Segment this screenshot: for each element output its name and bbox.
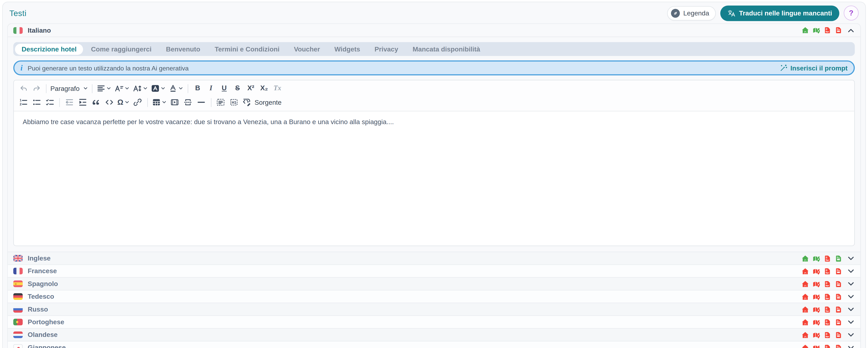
- invoice-status-icon[interactable]: [835, 331, 842, 338]
- translate-missing-languages-button[interactable]: Traduci nelle lingue mancanti: [720, 5, 839, 21]
- contract-status-icon[interactable]: [824, 319, 831, 326]
- tab-termini-e-condizioni[interactable]: Termini e Condizioni: [208, 44, 286, 55]
- font-color-dropdown[interactable]: [167, 82, 185, 95]
- language-row-tedesco[interactable]: Tedesco: [8, 290, 860, 302]
- expand-chevron-down-icon[interactable]: [847, 254, 855, 262]
- invoice-status-icon[interactable]: [835, 344, 842, 348]
- tab-come-raggiungerci[interactable]: Come raggiungerci: [85, 44, 158, 55]
- underline-button[interactable]: U: [217, 82, 231, 95]
- contract-status-icon[interactable]: [824, 293, 831, 300]
- map-status-icon[interactable]: [813, 306, 820, 313]
- redo-button[interactable]: [30, 82, 43, 95]
- invoice-status-icon[interactable]: [835, 319, 842, 326]
- numbered-list-button[interactable]: 12: [17, 96, 30, 109]
- expand-chevron-down-icon[interactable]: [847, 293, 855, 300]
- source-editing-button[interactable]: Sorgente: [241, 96, 283, 109]
- blockquote-button[interactable]: [89, 96, 102, 109]
- expand-chevron-down-icon[interactable]: [847, 331, 855, 339]
- indent-button[interactable]: [76, 96, 89, 109]
- page-break-button[interactable]: [182, 96, 195, 109]
- language-row-russo[interactable]: Russo: [8, 303, 860, 315]
- paragraph-style-dropdown[interactable]: Paragrafo: [49, 82, 89, 95]
- map-status-icon[interactable]: [813, 255, 820, 262]
- tab-voucher[interactable]: Voucher: [287, 44, 327, 55]
- contract-status-icon[interactable]: [824, 306, 831, 313]
- todo-list-button[interactable]: [43, 96, 56, 109]
- subscript-button[interactable]: X₂: [257, 82, 271, 95]
- expand-chevron-down-icon[interactable]: [847, 306, 855, 313]
- strikethrough-button[interactable]: S: [231, 82, 244, 95]
- font-size-dropdown[interactable]: [113, 82, 131, 95]
- map-status-icon[interactable]: [813, 27, 820, 34]
- home-status-icon[interactable]: [802, 319, 809, 326]
- link-button[interactable]: [131, 96, 144, 109]
- contract-status-icon[interactable]: [824, 27, 831, 34]
- expand-chevron-down-icon[interactable]: [847, 267, 855, 275]
- map-status-icon[interactable]: [813, 344, 820, 348]
- map-status-icon[interactable]: [813, 319, 820, 326]
- home-status-icon[interactable]: [802, 267, 809, 274]
- code-button[interactable]: [102, 96, 116, 109]
- horizontal-line-button[interactable]: [195, 96, 208, 109]
- insert-prompt-link[interactable]: Inserisci il prompt: [780, 64, 848, 72]
- invoice-status-icon[interactable]: [835, 293, 842, 300]
- expand-chevron-down-icon[interactable]: [847, 280, 855, 288]
- invoice-status-icon[interactable]: [835, 280, 842, 287]
- bold-button[interactable]: B: [191, 82, 204, 95]
- contract-status-icon[interactable]: [824, 331, 831, 338]
- outdent-button[interactable]: [62, 96, 76, 109]
- tab-mancata-disponibilita[interactable]: Mancata disponibilità: [406, 44, 487, 55]
- contract-status-icon[interactable]: [824, 344, 831, 348]
- language-row-olandese[interactable]: Olandese: [8, 328, 860, 341]
- invoice-status-icon[interactable]: [835, 27, 842, 34]
- language-row-spagnolo[interactable]: Spagnolo: [8, 277, 860, 290]
- invoice-status-icon[interactable]: [835, 267, 842, 274]
- home-status-icon[interactable]: [802, 344, 809, 348]
- map-status-icon[interactable]: [813, 331, 820, 338]
- undo-button[interactable]: [17, 82, 30, 95]
- italic-button[interactable]: I: [204, 82, 217, 95]
- tab-benvenuto[interactable]: Benvenuto: [159, 44, 207, 55]
- insert-table-dropdown[interactable]: [151, 96, 168, 109]
- map-status-icon[interactable]: [813, 280, 820, 287]
- language-row-francese[interactable]: Francese: [8, 264, 860, 277]
- tab-privacy[interactable]: Privacy: [368, 44, 405, 55]
- language-row-inglese[interactable]: Inglese: [8, 252, 860, 264]
- invoice-status-icon[interactable]: [835, 306, 842, 313]
- tab-descrizione-hotel[interactable]: Descrizione hotel: [15, 44, 83, 55]
- home-status-icon[interactable]: [802, 331, 809, 338]
- home-status-icon[interactable]: [802, 293, 809, 300]
- superscript-button[interactable]: X²: [244, 82, 257, 95]
- language-row-giapponese[interactable]: Giapponese: [8, 341, 860, 348]
- invoice-status-icon[interactable]: [835, 255, 842, 262]
- contract-status-icon[interactable]: [824, 267, 831, 274]
- language-row-portoghese[interactable]: Portoghese: [8, 315, 860, 328]
- expand-chevron-down-icon[interactable]: [847, 318, 855, 326]
- editor-paragraph[interactable]: Abbiamo tre case vacanza perfette per le…: [23, 118, 845, 127]
- tab-widgets[interactable]: Widgets: [328, 44, 367, 55]
- map-status-icon[interactable]: [813, 267, 820, 274]
- heading-h1-button[interactable]: H1: [227, 96, 241, 109]
- contract-status-icon[interactable]: [824, 280, 831, 287]
- collapse-chevron-up-icon[interactable]: [847, 26, 855, 34]
- html-embed-button[interactable]: [214, 96, 227, 109]
- home-status-icon[interactable]: [802, 255, 809, 262]
- remove-format-button[interactable]: Tx: [271, 82, 284, 95]
- home-status-icon[interactable]: [802, 27, 809, 34]
- home-status-icon[interactable]: [802, 280, 809, 287]
- line-height-dropdown[interactable]: [131, 82, 150, 95]
- section-tabs: Descrizione hotel Come raggiungerci Benv…: [13, 42, 855, 56]
- home-status-icon[interactable]: [802, 306, 809, 313]
- legenda-button[interactable]: Legenda: [667, 6, 716, 20]
- help-button[interactable]: ?: [844, 5, 859, 21]
- special-characters-dropdown[interactable]: Ω: [116, 96, 131, 109]
- contract-status-icon[interactable]: [824, 255, 831, 262]
- text-alignment-dropdown[interactable]: [95, 82, 113, 95]
- font-background-color-dropdown[interactable]: [150, 82, 167, 95]
- media-embed-button[interactable]: [168, 96, 182, 109]
- map-status-icon[interactable]: [813, 293, 820, 300]
- bulleted-list-button[interactable]: [30, 96, 43, 109]
- language-row-italiano[interactable]: Italiano: [8, 24, 860, 36]
- editor-content[interactable]: Abbiamo tre case vacanza perfette per le…: [14, 111, 854, 246]
- expand-chevron-down-icon[interactable]: [847, 344, 855, 348]
